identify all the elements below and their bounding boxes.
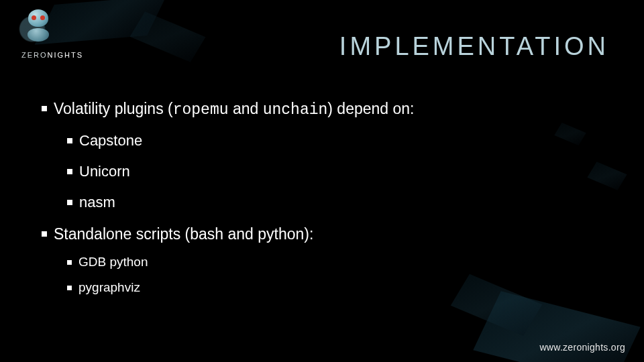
list-item: pygraphviz [67,280,604,295]
brand-logo-text: ZERONIGHTS [21,51,83,59]
sublist: GDB python pygraphviz [67,255,604,295]
brand-suffix: NIGHTS [48,51,84,59]
list-item-text: nasm [79,194,115,211]
bullet-icon [67,286,72,290]
list-item-text: pygraphviz [78,280,140,295]
bullet-icon [42,231,47,237]
list-item: Volatility plugins (ropemu and unchain) … [42,99,604,120]
bullet-icon [42,106,47,111]
bullet-icon [67,260,72,265]
list-item-text: Standalone scripts (bash and python): [54,225,604,244]
list-item: Standalone scripts (bash and python): [42,225,604,244]
list-item: GDB python [67,255,604,269]
sublist: Capstone Unicorn nasm [67,132,604,211]
list-item: Unicorn [67,163,604,180]
list-item-text: Capstone [79,132,142,149]
footer-url: www.zeronights.org [539,342,625,353]
list-item-text: GDB python [78,255,148,269]
code-ropemu: ropemu [173,101,229,119]
page-title: IMPLEMENTATION [339,32,609,61]
bullet-icon [67,169,72,174]
list-item-text: Volatility plugins (ropemu and unchain) … [54,99,604,120]
mascot-icon [24,9,52,44]
brand-prefix: ZERO [21,51,48,59]
bullet-icon [67,200,72,205]
bullet-icon [67,138,72,143]
code-unchain: unchain [263,101,328,119]
list-item: nasm [67,194,604,211]
content-area: Volatility plugins (ropemu and unchain) … [42,99,604,306]
list-item-text: Unicorn [79,163,130,180]
list-item: Capstone [67,132,604,149]
